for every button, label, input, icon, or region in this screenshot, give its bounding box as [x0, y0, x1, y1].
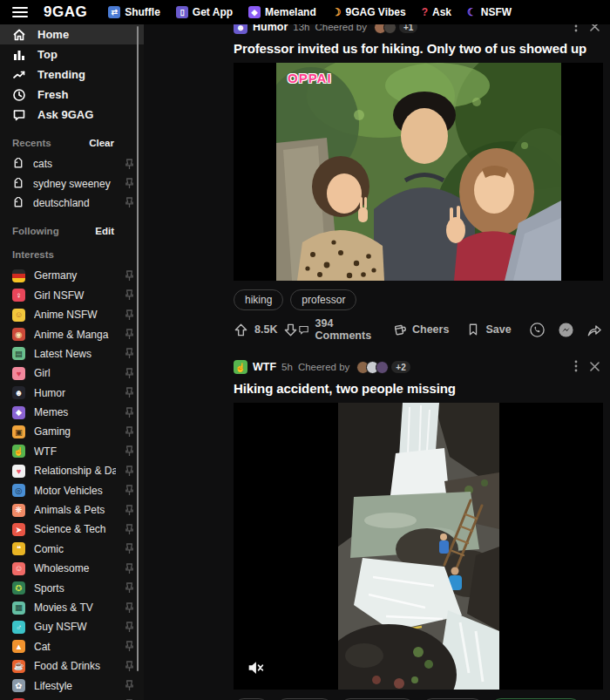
clear-recents-button[interactable]: Clear: [89, 138, 114, 148]
cheered-avatar[interactable]: [376, 361, 389, 374]
interest-item[interactable]: ♂ Guy NSFW: [0, 617, 144, 636]
pin-icon[interactable]: [125, 445, 134, 457]
muted-audio-icon[interactable]: [246, 658, 265, 677]
tag-icon: [12, 197, 24, 209]
interest-item[interactable]: ☺ Wholesome: [0, 559, 144, 578]
sidebar-scrollbar[interactable]: [137, 26, 139, 671]
interest-item[interactable]: ▦ Movies & TV: [0, 598, 144, 617]
section-name[interactable]: WTF: [253, 361, 276, 373]
section-name[interactable]: Humor: [253, 24, 288, 33]
edit-following-button[interactable]: Edit: [95, 226, 114, 236]
pin-icon[interactable]: [125, 178, 134, 189]
downvote-button[interactable]: [283, 323, 298, 337]
post-close-icon[interactable]: [586, 362, 603, 373]
save-button[interactable]: Save: [466, 323, 511, 336]
navbar-item[interactable]: ▯ Get App: [176, 6, 233, 18]
pin-icon[interactable]: [125, 680, 134, 691]
post-tag[interactable]: hiking: [234, 289, 283, 310]
navbar-item[interactable]: ? Ask: [422, 6, 451, 18]
section-humor-icon[interactable]: ☻: [234, 24, 247, 34]
sidebar-item-top[interactable]: Top: [0, 44, 144, 65]
interest-item[interactable]: ❝ Comic: [0, 540, 144, 559]
post-actions: 8.5K 394 Comments Cheers Save: [234, 317, 603, 342]
interest-item[interactable]: ◎ Motor Vehicles: [0, 480, 144, 500]
interest-item[interactable]: Germany: [0, 266, 144, 285]
post-title[interactable]: Hiking accident, two people missing: [234, 381, 603, 396]
recent-search-item[interactable]: deutschland: [0, 194, 144, 213]
cheered-avatar[interactable]: [383, 24, 396, 34]
sidebar-item-trending[interactable]: Trending: [0, 65, 144, 85]
navbar-item[interactable]: ⇄ Shuffle: [108, 6, 160, 18]
interest-item[interactable]: ◆ Memes: [0, 403, 144, 422]
post-menu-icon[interactable]: [571, 24, 581, 34]
section-wtf-icon[interactable]: ☝: [234, 360, 247, 374]
navbar-item[interactable]: ◆ Memeland: [248, 6, 316, 18]
pin-icon[interactable]: [125, 348, 134, 359]
pin-icon[interactable]: [125, 543, 134, 554]
pin-icon[interactable]: [125, 641, 134, 652]
clock-icon: [12, 88, 26, 102]
sidebar-item-ask-9gag[interactable]: Ask 9GAG: [0, 105, 144, 125]
pin-icon[interactable]: [125, 309, 134, 321]
post-video[interactable]: [234, 403, 603, 690]
pin-icon[interactable]: [125, 466, 134, 477]
post-tag[interactable]: professor: [290, 289, 356, 310]
hamburger-menu-icon[interactable]: [12, 7, 28, 17]
interest-item[interactable]: ☕ Food & Drinks: [0, 656, 144, 676]
pin-icon[interactable]: [125, 407, 134, 418]
interest-item[interactable]: ★ Superhero: [0, 696, 144, 700]
interest-item[interactable]: ♥ Girl: [0, 364, 144, 383]
share-messenger-button[interactable]: [558, 322, 574, 338]
interest-item[interactable]: ❋ Animals & Pets: [0, 500, 144, 520]
pin-icon[interactable]: [125, 368, 134, 379]
interest-item[interactable]: ✿ Lifestyle: [0, 676, 144, 695]
interest-item[interactable]: ☝ WTF: [0, 442, 144, 461]
cheered-extra-count[interactable]: +2: [391, 361, 410, 373]
navbar-item-icon: ☽: [332, 7, 342, 17]
post-image[interactable]: OPPAI: [234, 63, 603, 281]
pin-icon[interactable]: [125, 582, 134, 594]
pin-icon[interactable]: [125, 159, 134, 170]
pin-icon[interactable]: [125, 289, 134, 301]
share-button[interactable]: Share: [586, 323, 603, 337]
recent-search-item[interactable]: sydney sweeney: [0, 173, 144, 193]
upvote-button[interactable]: [234, 323, 248, 337]
pin-icon[interactable]: [125, 661, 134, 672]
interest-item[interactable]: ♀ Girl NSFW: [0, 286, 144, 305]
interest-item[interactable]: ♥ Relationship & Dating: [0, 461, 144, 480]
interest-item[interactable]: ☺ Anime NSFW: [0, 305, 144, 324]
interest-item[interactable]: ▣ Gaming: [0, 422, 144, 441]
sidebar-item-fresh[interactable]: Fresh: [0, 85, 144, 105]
pin-icon[interactable]: [125, 426, 134, 438]
interest-item[interactable]: ◉ Anime & Manga: [0, 324, 144, 343]
interest-item[interactable]: ✪ Sports: [0, 578, 144, 597]
pin-icon[interactable]: [125, 524, 134, 535]
pin-icon[interactable]: [125, 485, 134, 496]
pin-icon[interactable]: [125, 329, 134, 340]
pin-icon[interactable]: [125, 197, 134, 208]
interest-item[interactable]: ☻ Humor: [0, 384, 144, 403]
share-whatsapp-button[interactable]: [529, 322, 546, 338]
pin-icon[interactable]: [125, 622, 134, 633]
pin-icon[interactable]: [125, 602, 134, 614]
navbar-item[interactable]: ☽ 9GAG Vibes: [332, 6, 406, 18]
post-menu-icon[interactable]: [571, 360, 581, 374]
9gag-logo[interactable]: 9GAG: [44, 3, 87, 21]
post-close-icon[interactable]: [586, 24, 603, 33]
pin-icon[interactable]: [125, 563, 134, 574]
pin-icon[interactable]: [125, 270, 134, 282]
interest-item[interactable]: ▤ Latest News: [0, 344, 144, 364]
following-header: Following Edit: [0, 226, 144, 236]
recent-search-item[interactable]: cats: [0, 154, 144, 173]
interest-item[interactable]: ➤ Science & Tech: [0, 520, 144, 539]
messenger-icon: [558, 322, 574, 338]
navbar-item[interactable]: ☾ NSFW: [467, 6, 512, 18]
comments-button[interactable]: 394 Comments: [298, 317, 375, 342]
cheered-extra-count[interactable]: +1: [399, 24, 417, 33]
cheers-button[interactable]: Cheers: [392, 323, 449, 337]
post-title[interactable]: Professor invited us for hiking. Only tw…: [234, 41, 603, 56]
pin-icon[interactable]: [125, 505, 134, 516]
interest-item[interactable]: ▲ Cat: [0, 637, 144, 656]
sidebar-item-home[interactable]: Home: [0, 24, 144, 44]
pin-icon[interactable]: [125, 387, 134, 398]
